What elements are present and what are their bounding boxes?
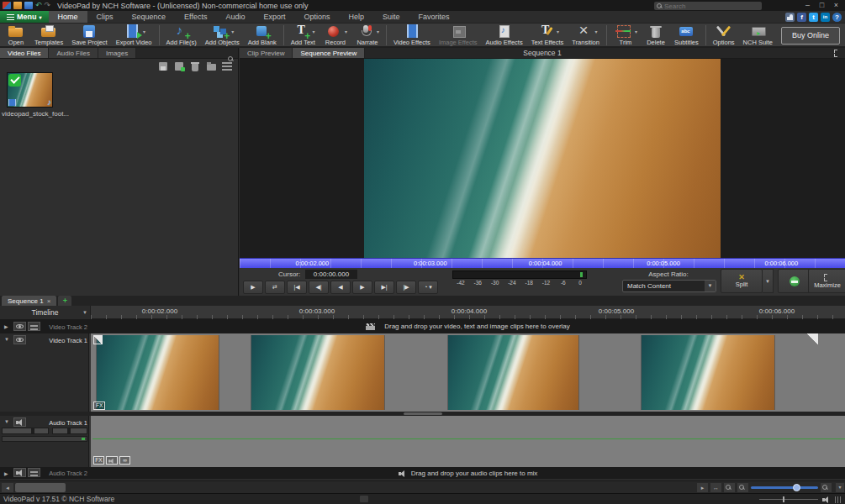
undo-icon[interactable]: ↶ — [35, 2, 42, 9]
record-button[interactable]: ▾Record — [320, 24, 351, 46]
delete-button[interactable] — [190, 61, 201, 71]
subtitles-button[interactable]: Subtitles — [670, 24, 703, 46]
search-input[interactable] — [664, 3, 759, 10]
fit-timeline-button[interactable]: ↔ — [710, 483, 721, 492]
prev-frame-button[interactable]: ◀| — [309, 281, 329, 294]
open-icon[interactable] — [13, 2, 22, 9]
audio-track-2-row[interactable]: ▶ Audio Track 2 Drag and drop your audio… — [0, 467, 845, 479]
tab-audio-files[interactable]: Audio Files — [49, 48, 98, 58]
save-icon[interactable] — [24, 2, 33, 9]
tab-images[interactable]: Images — [98, 48, 136, 58]
buy-online-button[interactable]: Buy Online — [781, 27, 840, 45]
menu-button[interactable]: Menu ▾ — [0, 11, 49, 23]
menu-tab-export[interactable]: Export — [254, 11, 294, 23]
aspect-ratio-select[interactable]: Match Content ▼ — [622, 280, 716, 292]
fullscreen-button[interactable] — [834, 50, 842, 58]
slider-handle[interactable] — [783, 496, 784, 502]
next-frame-button[interactable]: ▶| — [374, 281, 394, 294]
sequence-tab[interactable]: Sequence 1 × — [2, 296, 56, 306]
narrate-button[interactable]: ▾Narrate — [351, 24, 383, 46]
maximize-button[interactable]: □ — [815, 0, 829, 10]
list-button[interactable] — [222, 61, 233, 71]
preview-time-ruler[interactable]: 0:00:02.0000:00:03.0000:00:04.0000:00:05… — [240, 258, 845, 268]
timeline-zoom-slider[interactable] — [751, 486, 818, 489]
open-button[interactable]: Open — [2, 24, 30, 46]
tab-video-files[interactable]: Video Files — [0, 48, 49, 58]
maximize-preview-button[interactable]: Maximize — [808, 269, 845, 293]
slider-handle[interactable] — [31, 428, 34, 433]
templates-button[interactable]: Templates — [30, 24, 67, 46]
menu-tab-options[interactable]: Options — [295, 11, 340, 23]
play-button[interactable]: ▶ — [243, 281, 263, 294]
timeline-view-select[interactable]: Timeline ▼ — [0, 306, 91, 319]
mute-button[interactable] — [106, 456, 118, 465]
clip-frame-thumbnail[interactable] — [251, 335, 385, 410]
transition-button[interactable]: ▾Transition — [568, 24, 604, 46]
new-sequence-button[interactable]: + — [58, 296, 71, 306]
split-button[interactable]: ✕ Split — [721, 269, 763, 293]
twitter-icon[interactable]: t — [809, 13, 818, 22]
menu-tab-effects[interactable]: Effects — [175, 11, 216, 23]
menu-tab-suite[interactable]: Suite — [373, 11, 409, 23]
step-forward-button[interactable]: ▶ — [352, 281, 372, 294]
zoom-fit-button[interactable] — [737, 483, 748, 492]
zoom-slider-handle[interactable] — [793, 484, 800, 491]
speaker-icon[interactable] — [822, 496, 831, 503]
close-button[interactable]: × — [829, 0, 843, 10]
menu-tab-sequence[interactable]: Sequence — [123, 11, 176, 23]
add-file-s-button[interactable]: Add File(s) — [162, 24, 201, 46]
pan-slider[interactable] — [52, 428, 87, 434]
zoom-out-button[interactable] — [724, 483, 735, 492]
help-icon[interactable]: ? — [832, 13, 842, 22]
delete-button[interactable]: Delete — [642, 24, 670, 46]
cursor-time-value[interactable]: 0:00:00.000 — [305, 270, 357, 279]
volume-envelope-line[interactable] — [92, 438, 845, 439]
slider-handle[interactable] — [67, 428, 71, 433]
menu-tab-help[interactable]: Help — [340, 11, 374, 23]
fade-in-handle[interactable] — [93, 335, 103, 344]
splitter-grip[interactable] — [404, 412, 442, 415]
nch-suite-button[interactable]: NCH Suite — [739, 24, 777, 46]
facebook-icon[interactable]: f — [797, 13, 806, 22]
add-objects-button[interactable]: ▾Add Objects — [201, 24, 244, 46]
menu-tab-favorites[interactable]: Favorites — [409, 11, 459, 23]
folder-button[interactable] — [206, 61, 217, 71]
timeline-ruler[interactable]: 0:00:02.0000:00:03.0000:00:04.0000:00:05… — [91, 306, 845, 319]
clip-frame-thumbnail[interactable] — [641, 335, 775, 410]
search-box[interactable] — [654, 2, 762, 10]
save-button[interactable] — [158, 61, 169, 71]
scroll-left-button[interactable]: ◂ — [2, 483, 13, 492]
media-clip-thumbnail[interactable]: ♪ — [7, 72, 53, 108]
fx-badge[interactable]: FX — [93, 456, 104, 465]
export-button[interactable] — [174, 61, 185, 71]
minimize-button[interactable]: – — [800, 0, 815, 10]
menu-tab-audio[interactable]: Audio — [216, 11, 254, 23]
add-blank-button[interactable]: Add Blank — [244, 24, 281, 46]
volume-slider[interactable] — [2, 428, 49, 434]
audio-effects-button[interactable]: Audio Effects — [482, 24, 527, 46]
zoom-in-button[interactable] — [821, 483, 832, 492]
master-volume-slider[interactable] — [759, 499, 818, 500]
save-project-button[interactable]: Save Project — [67, 24, 112, 46]
snapshot-button[interactable] — [778, 269, 811, 293]
go-end-button[interactable]: |▶ — [396, 281, 416, 294]
resize-grip[interactable] — [835, 496, 842, 503]
audio-clip[interactable]: FX∞ — [91, 416, 845, 467]
fx-badge[interactable]: FX — [93, 402, 105, 410]
options-button[interactable]: Options — [709, 24, 739, 46]
split-dropdown-button[interactable]: ▼ — [763, 269, 774, 293]
add-text-button[interactable]: ▾Add Text — [287, 24, 320, 46]
linkedin-icon[interactable]: in — [821, 13, 830, 22]
close-icon[interactable]: × — [47, 297, 51, 305]
like-icon[interactable] — [785, 13, 795, 22]
tab-clip-preview[interactable]: Clip Preview — [240, 48, 293, 58]
scrollbar-corner[interactable]: ▾ — [836, 483, 844, 492]
loop-button[interactable]: ∞ — [119, 456, 130, 465]
video-clip[interactable]: FX — [91, 333, 845, 412]
scroll-right-button[interactable]: ▸ — [697, 483, 708, 492]
trim-button[interactable]: ▾Trim — [610, 24, 642, 46]
menu-tab-clips[interactable]: Clips — [87, 11, 123, 23]
clip-frame-thumbnail[interactable] — [447, 335, 579, 410]
step-back-button[interactable]: ◀ — [330, 281, 351, 294]
playback-speed-button[interactable]: ◔ ▾ — [418, 281, 438, 294]
